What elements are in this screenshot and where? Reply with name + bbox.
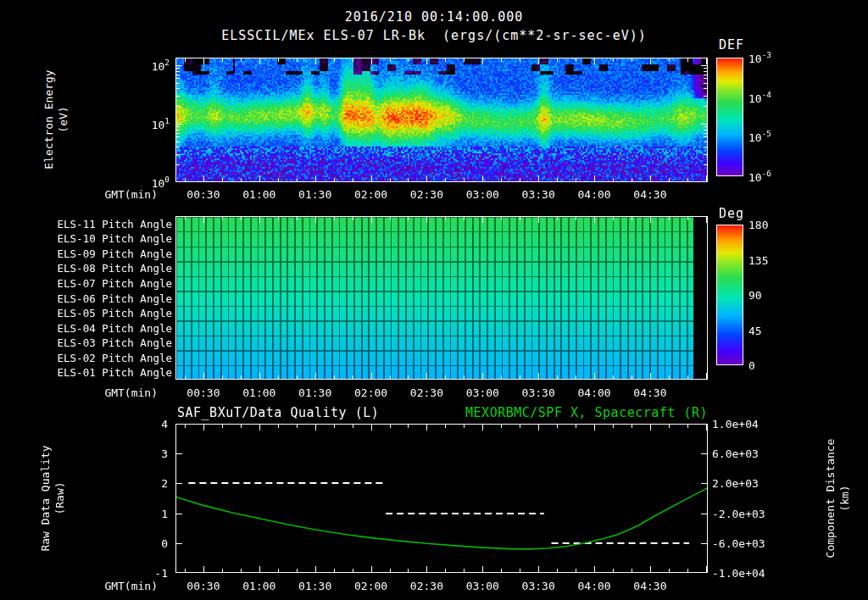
- bottom-right-title: MEXORBMC/SPF X, Spacecraft (R): [465, 405, 708, 420]
- tick-label: ELS-10 Pitch Angle: [43, 232, 172, 245]
- tick-label: GMT(min): [98, 386, 158, 399]
- tick-label: ELS-09 Pitch Angle: [43, 247, 172, 259]
- tick-label: 01:30: [298, 580, 331, 592]
- tick-label: 4: [142, 418, 168, 431]
- tick-label: ELS-03 Pitch Angle: [43, 336, 172, 349]
- tick-label: 02:30: [410, 188, 443, 201]
- tick-label: 04:00: [577, 188, 610, 201]
- deg-colorbar-title: Deg: [719, 206, 744, 221]
- tick-label: 04:00: [577, 386, 610, 399]
- tick-label: 04:30: [633, 580, 666, 592]
- tick-label: 00:30: [186, 188, 220, 201]
- right-axis-title-line2: (km): [837, 439, 852, 558]
- tick-label: 03:30: [522, 580, 555, 592]
- tick-label: 03:30: [522, 386, 555, 399]
- tick-label: 00:30: [186, 386, 220, 399]
- tick-label: 01:00: [242, 188, 275, 201]
- quality-distance-plot: [175, 424, 708, 573]
- plot-window: 2016/210 00:14:00.000 ELSSCIL/MEx ELS-07…: [0, 0, 868, 600]
- def-colorbar: [716, 58, 743, 176]
- tick-label: 100: [129, 175, 170, 189]
- tick-label: 45: [748, 324, 762, 336]
- bottom-left-y-axis-title: Raw Data Quality (Raw): [38, 445, 67, 551]
- tick-label: -6.0e+03: [712, 536, 765, 549]
- tick-label: 00:30: [186, 580, 220, 592]
- tick-label: 03:30: [522, 188, 555, 201]
- def-colorbar-title: DEF: [719, 37, 744, 53]
- tick-label: GMT(min): [98, 580, 158, 592]
- tick-label: 135: [748, 253, 768, 266]
- tick-label: 01:00: [242, 580, 275, 592]
- tick-label: 1: [142, 507, 168, 519]
- y-axis-title-line1: Electron Energy: [42, 69, 56, 169]
- right-axis-title-line1: Component Distance: [823, 439, 837, 558]
- tick-label: 04:30: [633, 386, 666, 399]
- tick-label: 04:00: [577, 580, 610, 592]
- bottom-right-y-axis-title: Component Distance (km): [823, 439, 852, 558]
- tick-label: ELS-11 Pitch Angle: [43, 217, 172, 230]
- left-axis-title-line1: Raw Data Quality: [38, 445, 53, 551]
- tick-label: ELS-01 Pitch Angle: [43, 366, 172, 379]
- tick-label: ELS-04 Pitch Angle: [43, 321, 172, 334]
- tick-label: 10-5: [748, 130, 771, 144]
- tick-label: 10-6: [748, 169, 771, 183]
- deg-colorbar: [716, 225, 743, 365]
- tick-label: 02:30: [410, 580, 443, 592]
- page-title: 2016/210 00:14:00.000: [0, 9, 868, 25]
- y-axis-title-line2: (eV): [56, 69, 70, 169]
- tick-label: 03:00: [466, 188, 499, 201]
- tick-label: -1.0e+04: [712, 567, 765, 580]
- tick-label: -1: [142, 567, 168, 580]
- tick-label: 2.0e+03: [712, 477, 759, 490]
- tick-label: 6.0e+03: [712, 447, 759, 460]
- tick-label: 03:00: [466, 386, 499, 399]
- tick-label: 0: [748, 359, 755, 372]
- tick-label: 101: [129, 116, 170, 131]
- tick-label: 03:00: [466, 580, 499, 592]
- tick-label: ELS-08 Pitch Angle: [43, 262, 172, 275]
- left-axis-title-line2: (Raw): [53, 445, 67, 551]
- tick-label: 102: [129, 58, 170, 72]
- tick-label: 10-4: [748, 90, 771, 104]
- tick-label: 2: [142, 477, 168, 490]
- tick-label: 04:30: [633, 188, 666, 201]
- tick-label: ELS-05 Pitch Angle: [43, 307, 172, 319]
- tick-label: 1.0e+04: [712, 418, 759, 431]
- tick-label: 02:00: [354, 386, 387, 399]
- tick-label: 180: [748, 219, 768, 231]
- tick-label: GMT(min): [98, 188, 158, 201]
- tick-label: 01:30: [298, 386, 331, 399]
- tick-label: 90: [748, 289, 762, 302]
- tick-label: 0: [142, 536, 168, 549]
- tick-label: ELS-06 Pitch Angle: [43, 292, 172, 304]
- tick-label: -2.0e+03: [712, 507, 765, 519]
- bottom-left-title: SAF_BXuT/Data Quality (L): [177, 405, 379, 420]
- spectrogram-y-axis-title: Electron Energy (eV): [42, 69, 70, 169]
- tick-label: 02:30: [410, 386, 443, 399]
- tick-label: 02:00: [354, 580, 387, 592]
- tick-label: 01:30: [298, 188, 331, 201]
- tick-label: 10-3: [748, 50, 771, 64]
- tick-label: ELS-07 Pitch Angle: [43, 276, 172, 289]
- tick-label: 01:00: [242, 386, 275, 399]
- tick-label: 02:00: [354, 188, 387, 201]
- tick-label: 3: [142, 447, 168, 460]
- electron-energy-spectrogram: [175, 58, 708, 182]
- pitch-angle-heatmap: [175, 216, 708, 380]
- tick-label: ELS-02 Pitch Angle: [43, 351, 172, 364]
